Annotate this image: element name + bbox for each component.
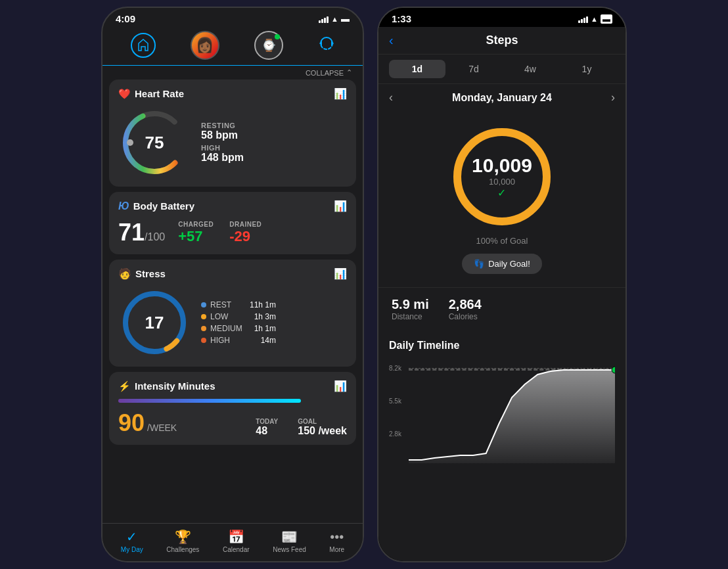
high-label: HIGH	[201, 144, 244, 152]
steps-title: Steps	[486, 34, 518, 47]
battery-chart-icon[interactable]: 📊	[334, 200, 347, 212]
steps-chart	[409, 358, 615, 463]
my-day-label: My Day	[121, 546, 143, 553]
tab-1d[interactable]: 1d	[389, 60, 445, 78]
rest-dot	[201, 302, 206, 307]
heart-icon: ❤️	[118, 88, 131, 100]
nav-more[interactable]: ••• More	[329, 530, 344, 553]
sync-icon[interactable]	[318, 35, 335, 56]
stress-icon: 🧑	[118, 267, 131, 280]
battery-icon: ▬	[341, 14, 350, 24]
prev-date-arrow[interactable]: ‹	[389, 91, 393, 104]
nav-my-day[interactable]: ✓ My Day	[121, 529, 143, 553]
intensity-title: ⚡ Intensity Minutes	[118, 380, 216, 392]
right-phone: 1:33 ▲ ▬ ‹ Steps 1d 7d 4w 1y	[377, 7, 627, 562]
high-dot	[201, 338, 206, 343]
goal-stat: GOAL 150 /week	[298, 418, 347, 437]
daily-goal-icon: 👣	[474, 259, 484, 269]
intensity-bar	[118, 399, 301, 403]
left-time: 4:09	[116, 13, 135, 24]
watch-dot	[275, 34, 280, 39]
drained-stat: DRAINED -29	[229, 221, 262, 245]
tab-1y[interactable]: 1y	[558, 60, 615, 78]
timeline-title: Daily Timeline	[389, 340, 615, 352]
intensity-card: ⚡ Intensity Minutes 📊 90 /WEEK TODAY	[109, 372, 356, 445]
time-tabs: 1d 7d 4w 1y	[378, 55, 626, 84]
home-icon[interactable]	[131, 33, 156, 58]
right-header: ‹ Steps	[378, 27, 626, 55]
distance-label: Distance	[392, 312, 429, 321]
collapse-bar[interactable]: COLLAPSE ⌃	[102, 66, 363, 80]
intensity-progress	[118, 399, 347, 403]
heart-chart-icon[interactable]: 📊	[334, 87, 347, 100]
intensity-icon: ⚡	[118, 380, 131, 392]
steps-number: 10,009	[472, 154, 532, 177]
high-stress-time: 14m	[253, 336, 276, 345]
stress-card: 🧑 Stress 📊 17 REST 11h 1	[109, 260, 356, 367]
right-wifi-icon: ▲	[591, 15, 598, 23]
nav-news-feed[interactable]: 📰 News Feed	[273, 529, 306, 553]
right-status-icons: ▲ ▬	[578, 14, 612, 24]
stress-chart-icon[interactable]: 📊	[334, 267, 347, 280]
battery-body: 71/100 CHARGED +57 DRAINED -29	[118, 219, 347, 246]
left-phone: 4:09 ▲ ▬ 👩🏾 ⌚	[101, 7, 364, 562]
battery-title-icon: Ю	[118, 200, 129, 212]
signal-icon	[319, 15, 329, 23]
intensity-chart-icon[interactable]: 📊	[334, 380, 347, 392]
tab-4w[interactable]: 4w	[502, 60, 558, 78]
heart-rate-card: ❤️ Heart Rate 📊	[109, 80, 356, 187]
stress-header: 🧑 Stress 📊	[118, 267, 347, 280]
chart-area: 8.2k 5.5k 2.8k	[389, 358, 615, 463]
chart-label-2k: 2.8k	[389, 430, 401, 438]
tab-7d[interactable]: 7d	[445, 60, 502, 78]
nav-calendar[interactable]: 📅 Calendar	[223, 529, 250, 553]
daily-goal-button[interactable]: 👣 Daily Goal!	[462, 254, 542, 274]
steps-value-container: 10,009 10,000 ✓	[472, 154, 532, 199]
more-icon: •••	[330, 530, 344, 545]
medium-label: MEDIUM	[210, 324, 242, 333]
avatar[interactable]: 👩🏾	[191, 31, 219, 60]
body-battery-card: Ю Body Battery 📊 71/100 CHARGED +57 DRAI…	[109, 192, 356, 254]
legend-rest: REST 11h 1m	[201, 300, 276, 309]
nav-challenges[interactable]: 🏆 Challenges	[166, 529, 199, 553]
next-date-arrow[interactable]: ›	[611, 91, 615, 104]
challenges-label: Challenges	[166, 546, 199, 553]
bottom-nav: ✓ My Day 🏆 Challenges 📅 Calendar 📰 News …	[102, 523, 363, 561]
svg-point-4	[127, 139, 133, 146]
wifi-icon: ▲	[331, 15, 338, 23]
medium-dot	[201, 326, 206, 331]
top-nav: 👩🏾 ⌚	[102, 27, 363, 66]
intensity-header: ⚡ Intensity Minutes 📊	[118, 380, 347, 392]
calories-value: 2,864	[449, 297, 482, 312]
stress-gauge: 17	[118, 286, 191, 359]
steps-goal-number: 10,000	[472, 177, 532, 187]
challenges-icon: 🏆	[175, 529, 191, 545]
low-time: 1h 3m	[246, 312, 276, 321]
right-status-bar: 1:33 ▲ ▬	[378, 8, 626, 27]
news-label: News Feed	[273, 546, 306, 553]
calories-label: Calories	[449, 312, 482, 321]
high-stat-row: HIGH 148 bpm	[201, 144, 244, 164]
left-status-icons: ▲ ▬	[319, 14, 350, 24]
legend-low: LOW 1h 3m	[201, 312, 276, 321]
legend-high: HIGH 14m	[201, 336, 276, 345]
back-arrow[interactable]: ‹	[389, 33, 394, 48]
heart-gauge-value: 75	[145, 133, 164, 153]
intensity-main-value: 90 /WEEK	[118, 409, 177, 437]
date-nav: ‹ Monday, January 24 ›	[378, 84, 626, 111]
steps-main: 10,009 10,000 ✓ 100% of Goal 👣 Daily Goa…	[378, 111, 626, 287]
stress-body: 17 REST 11h 1m LOW 1h 3m MED	[118, 286, 347, 359]
calendar-label: Calendar	[223, 546, 250, 553]
intensity-stats: TODAY 48 GOAL 150 /week	[256, 418, 347, 437]
low-label: LOW	[210, 312, 228, 321]
watch-icon[interactable]: ⌚	[254, 31, 283, 60]
stats-row: 5.9 mi Distance 2,864 Calories	[378, 287, 626, 330]
charged-stat: CHARGED +57	[178, 221, 214, 245]
legend-medium: MEDIUM 1h 1m	[201, 324, 276, 333]
stress-value: 17	[145, 313, 164, 333]
rest-time: 11h 1m	[242, 300, 276, 309]
news-icon: 📰	[281, 529, 298, 545]
calendar-icon: 📅	[228, 529, 244, 545]
svg-marker-9	[409, 370, 615, 463]
more-label: More	[329, 546, 344, 553]
